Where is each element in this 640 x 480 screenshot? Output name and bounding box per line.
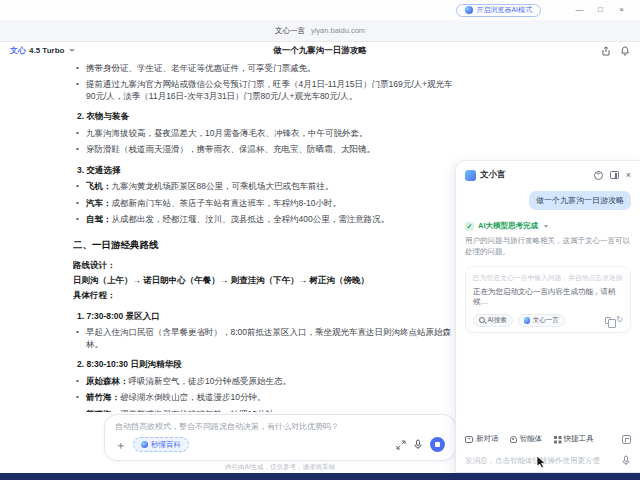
doc-bold-lead: 原始森林： (86, 376, 129, 386)
doc-bullet: •箭竹海：碧绿湖水倒映山峦，栈道漫步10分钟。 (73, 392, 455, 403)
source-chip[interactable]: AI搜索 (473, 314, 513, 327)
panel-message-input[interactable]: 发消息，点击智能体快捷操作使用更方便 (465, 456, 621, 466)
taskbar[interactable] (0, 473, 640, 480)
yiyan-icon (524, 317, 531, 324)
attach-button[interactable]: ＋ (115, 439, 126, 451)
address-bar[interactable]: 文心一言 yiyan.baidu.com (0, 20, 640, 42)
panel-input-row: 发消息，点击智能体快捷操作使用更方便 (465, 453, 631, 466)
source-chip[interactable]: 文心一言 (518, 314, 565, 327)
composer-toolbar: ＋ 秒懂百科 (115, 437, 445, 452)
ai-disclaimer: 内容由AI生成，仅供参考，请谨慎采纳 (104, 463, 456, 472)
doc-text: 1. 7:30-8:00 景区入口 (77, 311, 160, 321)
mic-icon[interactable] (413, 439, 423, 450)
conversation-title: 做一个九寨沟一日游攻略 (273, 45, 367, 57)
site-url: yiyan.baidu.com (311, 26, 365, 35)
doc-text: 日则沟（上午）→ 诺日朗中心（午餐）→ 则查洼沟（下午）→ 树正沟（傍晚） (73, 275, 369, 285)
browser-ai-mode-button[interactable]: 开启浏览器AI模式 (456, 4, 541, 17)
doc-bullet: •熊猫海：观赏熊猫海瀑布的磅礴气势，拍照15分钟。 (73, 409, 455, 412)
panel-expand-icon[interactable] (622, 435, 631, 444)
model-selector[interactable]: 文心 4.5 Turbo (10, 45, 75, 56)
browser-window: 开启浏览器AI模式 — □ × 文心一言 yiyan.baidu.com 文心 … (0, 0, 640, 480)
doc-bullet: •九寨沟海拔较高，昼夜温差大，10月需备薄毛衣、冲锋衣，中午可脱外套。 (73, 128, 455, 139)
skill-chip[interactable]: 秒懂百科 (133, 437, 189, 452)
doc-text: 穿防滑鞋（栈道雨天湿滑），携带雨衣、保温杯、充电宝、防晒霜、太阳镜。 (86, 144, 375, 154)
doc-block: 1. 7:30-8:00 景区入口 (73, 311, 455, 322)
stop-generating-button[interactable] (430, 437, 445, 452)
quick-tabs: 新对话智能体快捷工具 (465, 434, 631, 444)
doc-bold-lead: 箭竹海： (86, 392, 120, 402)
doc-bold-lead: 汽车： (86, 198, 112, 208)
model-brand: 文心 (10, 45, 26, 56)
source-chip-label: AI搜索 (488, 316, 507, 325)
doc-block: 二、一日游经典路线 (73, 239, 455, 252)
agent-icon (510, 436, 517, 443)
composer: 自动挡高效模式，整合不同路况自动决策，有什么对比优势吗？ ＋ 秒懂百科 (104, 414, 456, 461)
doc-block: 路线设计： (73, 260, 455, 271)
thinking-detail: 用户的问题与旅行攻略相关，这属于文心一言可以处理的问题。 (465, 236, 631, 258)
model-version: 4.5 Turbo (29, 46, 64, 55)
panel-title: 文小言 (480, 169, 506, 181)
bullet-marker: • (76, 63, 79, 74)
quick-tab-label: 新对话 (476, 434, 499, 444)
newchat-icon (465, 436, 473, 443)
doc-text: 3. 交通选择 (77, 165, 120, 175)
doc-bullet: •早起入住沟口民宿（含早餐更省时），8:00前抵达景区入口，乘坐观光车直达日则沟… (73, 327, 455, 350)
skill-chip-label: 秒懂百科 (151, 440, 181, 450)
panel-mic-icon[interactable] (621, 455, 631, 466)
quick-tab[interactable]: 新对话 (465, 434, 499, 444)
skill-chip-icon (141, 441, 148, 448)
doc-text: 携带身份证、学生证、老年证等优惠证件，可享受门票减免。 (86, 63, 316, 73)
message-actions: ↻ (605, 316, 623, 324)
doc-block: 具体行程： (73, 290, 455, 301)
bullet-marker: • (76, 327, 79, 338)
chevron-down-icon (69, 49, 75, 52)
doc-text: 碧绿湖水倒映山峦，栈道漫步10分钟。 (120, 392, 265, 402)
doc-text: 呼吸清新空气，徒步10分钟感受原始生态。 (129, 376, 291, 386)
user-message-bubble: 做一个九寨沟一日游攻略 (529, 191, 631, 210)
bullet-marker: • (76, 128, 79, 139)
tool-note: 已为您在文心一言中输入问题，并自动点击发送按钮 (473, 273, 623, 283)
close-button[interactable]: × (611, 0, 632, 20)
open-window-icon[interactable] (610, 171, 619, 179)
bullet-marker: • (76, 392, 79, 403)
regenerate-icon[interactable]: ↻ (616, 316, 623, 324)
quick-tab-label: 智能体 (520, 434, 543, 444)
doc-text: 2. 衣物与装备 (77, 111, 129, 121)
bullet-marker: • (76, 79, 79, 90)
app-header: 文心 4.5 Turbo 做一个九寨沟一日游攻略 (0, 42, 640, 59)
doc-text: 2. 8:30-10:30 日则沟精华段 (77, 359, 181, 369)
panel-footer: 新对话智能体快捷工具 发消息，点击智能体快捷操作使用更方便 (465, 434, 631, 466)
doc-text: 二、一日游经典路线 (73, 239, 159, 250)
doc-text: 路线设计： (73, 260, 116, 270)
quick-tab[interactable]: 智能体 (510, 434, 543, 444)
bell-icon[interactable] (620, 46, 630, 56)
maximize-button[interactable]: □ (590, 0, 611, 20)
quick-tab[interactable]: 快捷工具 (553, 434, 594, 444)
quick-tab-label: 快捷工具 (564, 434, 594, 444)
doc-bullet: •穿防滑鞋（栈道雨天湿滑），携带雨衣、保温杯、充电宝、防晒霜、太阳镜。 (73, 144, 455, 155)
doc-bold-lead: 熊猫海： (86, 409, 120, 412)
doc-bold-lead: 飞机： (86, 181, 112, 191)
copy-icon[interactable] (605, 317, 611, 324)
source-chip-list: AI搜索文心一言 (473, 314, 565, 327)
doc-text: 早起入住沟口民宿（含早餐更省时），8:00前抵达景区入口，乘坐观光车直达日则沟终… (86, 327, 451, 348)
message-input[interactable]: 自动挡高效模式，整合不同路况自动决策，有什么对比优势吗？ (115, 421, 445, 434)
panel-header: 文小言 × (465, 169, 631, 181)
doc-block: 2. 衣物与装备 (73, 111, 455, 122)
doc-text: 从成都出发，经都江堰、汶川、茂县抵达，全程约400公里，需注意路况。 (112, 214, 390, 224)
tool-status-card: 已为您在文心一言中输入问题，并自动点击发送按钮 正在为您启动文心一言内容生成功能… (465, 266, 631, 333)
bullet-marker: • (76, 144, 79, 155)
ai-logo-icon (465, 6, 473, 14)
new-session-icon[interactable] (594, 171, 603, 180)
doc-bullet: •原始森林：呼吸清新空气，徒步10分钟感受原始生态。 (73, 376, 455, 387)
expand-icon[interactable] (396, 440, 406, 450)
thinking-status[interactable]: ✓ AI大模型思考完成 (465, 221, 631, 231)
assistant-side-panel: 文小言 × 做一个九寨沟一日游攻略 ✓ AI大模型思考完成 用户的问题与旅行攻略… (455, 160, 640, 473)
share-icon[interactable] (601, 46, 611, 56)
bullet-marker: • (76, 198, 79, 209)
header-actions (601, 46, 630, 56)
doc-bullet: •飞机：九寨沟黄龙机场距景区88公里，可乘机场大巴或包车前往。 (73, 181, 455, 192)
panel-close-icon[interactable]: × (626, 171, 631, 180)
thinking-status-label: AI大模型思考完成 (478, 221, 538, 231)
minimize-button[interactable]: — (569, 0, 590, 20)
